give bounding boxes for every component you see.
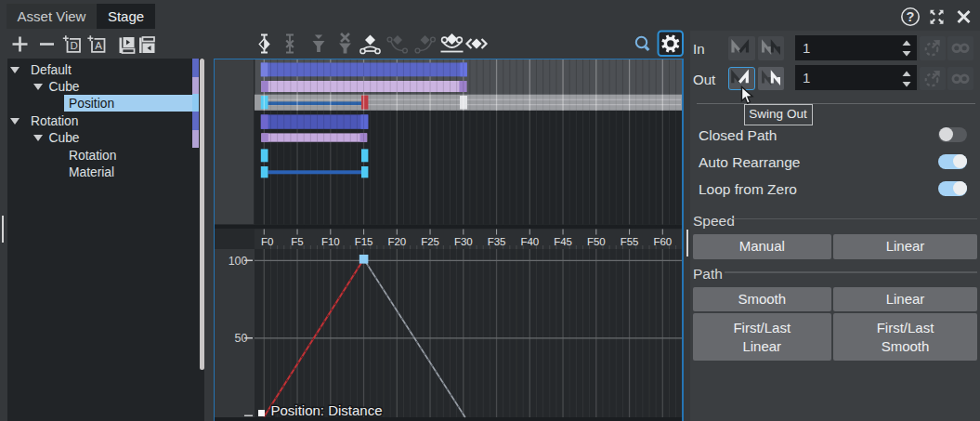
svg-text:F30: F30: [454, 236, 473, 247]
svg-text:F5: F5: [291, 236, 303, 247]
svg-text:F10: F10: [321, 236, 340, 247]
svg-text:D: D: [70, 40, 77, 51]
svg-text:F45: F45: [554, 236, 572, 247]
svg-text:F40: F40: [520, 236, 539, 247]
svg-text:F0: F0: [261, 236, 273, 247]
svg-text:F25: F25: [421, 236, 439, 247]
svg-text:F50: F50: [587, 236, 606, 247]
svg-text:F15: F15: [355, 236, 373, 247]
svg-text:F20: F20: [387, 236, 406, 247]
svg-text:50: 50: [235, 332, 248, 345]
svg-text:F35: F35: [488, 236, 506, 247]
svg-text:Position: Distance: Position: Distance: [271, 402, 383, 418]
svg-text:100: 100: [229, 255, 248, 268]
svg-text:F60: F60: [653, 236, 672, 247]
svg-text:?: ?: [907, 9, 915, 24]
svg-text:F55: F55: [621, 236, 639, 247]
svg-text:A: A: [95, 40, 102, 51]
